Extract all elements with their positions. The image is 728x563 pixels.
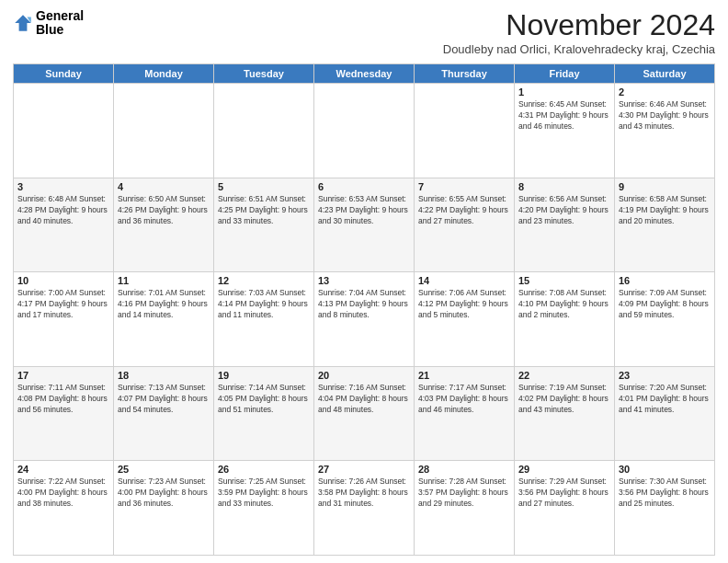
header-thursday: Thursday [415, 64, 515, 84]
header-friday: Friday [515, 64, 615, 84]
day-info-20: Sunrise: 7:16 AM Sunset: 4:04 PM Dayligh… [318, 383, 410, 416]
day-number-10: 10 [17, 275, 109, 286]
month-title: November 2024 [443, 9, 715, 41]
day-info-21: Sunrise: 7:17 AM Sunset: 4:03 PM Dayligh… [418, 383, 510, 416]
day-number-15: 15 [518, 275, 610, 286]
day-info-7: Sunrise: 6:55 AM Sunset: 4:22 PM Dayligh… [418, 194, 510, 227]
day-number-28: 28 [418, 464, 510, 475]
cell-w4-d4: 20Sunrise: 7:16 AM Sunset: 4:04 PM Dayli… [314, 366, 415, 461]
day-info-23: Sunrise: 7:20 AM Sunset: 4:01 PM Dayligh… [619, 383, 711, 416]
day-number-1: 1 [518, 86, 610, 98]
cell-w1-d4 [314, 84, 415, 178]
day-number-16: 16 [619, 275, 711, 286]
day-number-21: 21 [418, 370, 510, 381]
week-row-2: 3Sunrise: 6:48 AM Sunset: 4:28 PM Daylig… [14, 178, 715, 272]
day-number-26: 26 [218, 464, 310, 475]
day-number-17: 17 [17, 370, 109, 381]
day-info-15: Sunrise: 7:08 AM Sunset: 4:10 PM Dayligh… [518, 288, 610, 321]
cell-w4-d3: 19Sunrise: 7:14 AM Sunset: 4:05 PM Dayli… [214, 366, 314, 461]
calendar: Sunday Monday Tuesday Wednesday Thursday… [13, 63, 715, 556]
cell-w2-d1: 3Sunrise: 6:48 AM Sunset: 4:28 PM Daylig… [14, 178, 114, 272]
cell-w2-d7: 9Sunrise: 6:58 AM Sunset: 4:19 PM Daylig… [615, 178, 715, 272]
cell-w2-d2: 4Sunrise: 6:50 AM Sunset: 4:26 PM Daylig… [114, 178, 214, 272]
header-monday: Monday [114, 64, 214, 84]
day-info-1: Sunrise: 6:45 AM Sunset: 4:31 PM Dayligh… [518, 99, 610, 132]
page: General Blue November 2024 Doudleby nad … [0, 0, 728, 563]
week-row-3: 10Sunrise: 7:00 AM Sunset: 4:17 PM Dayli… [14, 272, 715, 367]
day-number-11: 11 [118, 275, 210, 286]
day-number-22: 22 [518, 370, 610, 381]
day-info-3: Sunrise: 6:48 AM Sunset: 4:28 PM Dayligh… [17, 194, 109, 227]
day-info-11: Sunrise: 7:01 AM Sunset: 4:16 PM Dayligh… [118, 288, 210, 321]
day-number-6: 6 [318, 181, 410, 192]
day-number-23: 23 [619, 370, 711, 381]
day-info-17: Sunrise: 7:11 AM Sunset: 4:08 PM Dayligh… [17, 383, 109, 416]
day-number-4: 4 [118, 181, 210, 192]
day-number-24: 24 [17, 464, 109, 475]
cell-w4-d5: 21Sunrise: 7:17 AM Sunset: 4:03 PM Dayli… [415, 366, 515, 461]
week-row-5: 24Sunrise: 7:22 AM Sunset: 4:00 PM Dayli… [14, 461, 715, 556]
day-number-2: 2 [619, 86, 711, 98]
cell-w3-d2: 11Sunrise: 7:01 AM Sunset: 4:16 PM Dayli… [114, 272, 214, 367]
header-tuesday: Tuesday [214, 64, 314, 84]
day-info-25: Sunrise: 7:23 AM Sunset: 4:00 PM Dayligh… [118, 477, 210, 510]
cell-w5-d3: 26Sunrise: 7:25 AM Sunset: 3:59 PM Dayli… [214, 461, 314, 556]
day-info-27: Sunrise: 7:26 AM Sunset: 3:58 PM Dayligh… [318, 477, 410, 510]
cell-w5-d7: 30Sunrise: 7:30 AM Sunset: 3:56 PM Dayli… [615, 461, 715, 556]
day-info-29: Sunrise: 7:29 AM Sunset: 3:56 PM Dayligh… [518, 477, 610, 510]
cell-w4-d1: 17Sunrise: 7:11 AM Sunset: 4:08 PM Dayli… [14, 366, 114, 461]
day-number-14: 14 [418, 275, 510, 286]
day-number-8: 8 [518, 181, 610, 192]
cell-w2-d6: 8Sunrise: 6:56 AM Sunset: 4:20 PM Daylig… [515, 178, 615, 272]
cell-w2-d5: 7Sunrise: 6:55 AM Sunset: 4:22 PM Daylig… [415, 178, 515, 272]
day-number-12: 12 [218, 275, 310, 286]
day-number-7: 7 [418, 181, 510, 192]
day-number-25: 25 [118, 464, 210, 475]
subtitle: Doudleby nad Orlici, Kralovehradecky kra… [443, 42, 715, 56]
header-wednesday: Wednesday [314, 64, 415, 84]
day-info-24: Sunrise: 7:22 AM Sunset: 4:00 PM Dayligh… [17, 477, 109, 510]
logo-text: General Blue [36, 9, 84, 38]
day-info-12: Sunrise: 7:03 AM Sunset: 4:14 PM Dayligh… [218, 288, 310, 321]
cell-w1-d3 [214, 84, 314, 178]
logo-line1: General [36, 9, 84, 23]
cell-w5-d2: 25Sunrise: 7:23 AM Sunset: 4:00 PM Dayli… [114, 461, 214, 556]
day-info-30: Sunrise: 7:30 AM Sunset: 3:56 PM Dayligh… [619, 477, 711, 510]
day-info-18: Sunrise: 7:13 AM Sunset: 4:07 PM Dayligh… [118, 383, 210, 416]
day-info-26: Sunrise: 7:25 AM Sunset: 3:59 PM Dayligh… [218, 477, 310, 510]
day-info-4: Sunrise: 6:50 AM Sunset: 4:26 PM Dayligh… [118, 194, 210, 227]
cell-w4-d6: 22Sunrise: 7:19 AM Sunset: 4:02 PM Dayli… [515, 366, 615, 461]
cell-w5-d5: 28Sunrise: 7:28 AM Sunset: 3:57 PM Dayli… [415, 461, 515, 556]
cell-w5-d4: 27Sunrise: 7:26 AM Sunset: 3:58 PM Dayli… [314, 461, 415, 556]
cell-w1-d1 [14, 84, 114, 178]
day-info-10: Sunrise: 7:00 AM Sunset: 4:17 PM Dayligh… [17, 288, 109, 321]
cell-w3-d5: 14Sunrise: 7:06 AM Sunset: 4:12 PM Dayli… [415, 272, 515, 367]
day-info-28: Sunrise: 7:28 AM Sunset: 3:57 PM Dayligh… [418, 477, 510, 510]
cell-w1-d5 [415, 84, 515, 178]
day-number-5: 5 [218, 181, 310, 192]
day-number-29: 29 [518, 464, 610, 475]
cell-w2-d4: 6Sunrise: 6:53 AM Sunset: 4:23 PM Daylig… [314, 178, 415, 272]
week-row-4: 17Sunrise: 7:11 AM Sunset: 4:08 PM Dayli… [14, 366, 715, 461]
header-sunday: Sunday [14, 64, 114, 84]
cell-w1-d6: 1Sunrise: 6:45 AM Sunset: 4:31 PM Daylig… [515, 84, 615, 178]
cell-w4-d2: 18Sunrise: 7:13 AM Sunset: 4:07 PM Dayli… [114, 366, 214, 461]
cell-w3-d4: 13Sunrise: 7:04 AM Sunset: 4:13 PM Dayli… [314, 272, 415, 367]
header-saturday: Saturday [615, 64, 715, 84]
day-info-2: Sunrise: 6:46 AM Sunset: 4:30 PM Dayligh… [619, 99, 711, 132]
day-info-8: Sunrise: 6:56 AM Sunset: 4:20 PM Dayligh… [518, 194, 610, 227]
logo: General Blue [13, 9, 84, 38]
day-number-3: 3 [17, 181, 109, 192]
cell-w4-d7: 23Sunrise: 7:20 AM Sunset: 4:01 PM Dayli… [615, 366, 715, 461]
day-number-13: 13 [318, 275, 410, 286]
cell-w5-d6: 29Sunrise: 7:29 AM Sunset: 3:56 PM Dayli… [515, 461, 615, 556]
day-number-20: 20 [318, 370, 410, 381]
day-info-19: Sunrise: 7:14 AM Sunset: 4:05 PM Dayligh… [218, 383, 310, 416]
title-block: November 2024 Doudleby nad Orlici, Kralo… [443, 9, 715, 56]
day-info-13: Sunrise: 7:04 AM Sunset: 4:13 PM Dayligh… [318, 288, 410, 321]
day-info-14: Sunrise: 7:06 AM Sunset: 4:12 PM Dayligh… [418, 288, 510, 321]
day-number-18: 18 [118, 370, 210, 381]
day-number-19: 19 [218, 370, 310, 381]
day-info-9: Sunrise: 6:58 AM Sunset: 4:19 PM Dayligh… [619, 194, 711, 227]
week-row-1: 1Sunrise: 6:45 AM Sunset: 4:31 PM Daylig… [14, 84, 715, 178]
